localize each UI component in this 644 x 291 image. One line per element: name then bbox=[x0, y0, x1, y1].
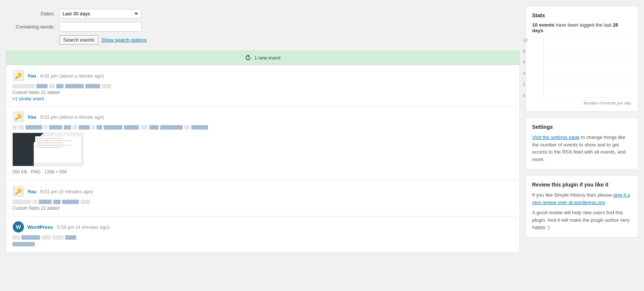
event-meta: You · 6:02 pm (about a minute ago) bbox=[27, 73, 104, 79]
dates-label: Dates: bbox=[6, 11, 55, 16]
blurred-text bbox=[36, 84, 48, 88]
blurred-text bbox=[42, 235, 51, 240]
blurred-text bbox=[52, 235, 64, 240]
blurred-text bbox=[18, 125, 24, 130]
blurred-text bbox=[73, 125, 77, 130]
blurred-text bbox=[97, 125, 102, 130]
words-label: Containing words: bbox=[6, 24, 55, 30]
event-item: 🔑 You · 6:02 pm (about a minute ago) bbox=[6, 65, 519, 106]
key-icon: 🔑 bbox=[13, 70, 24, 81]
settings-title: Settings bbox=[532, 124, 632, 130]
blurred-text bbox=[21, 235, 40, 240]
key-icon: 🔑 bbox=[13, 112, 24, 122]
words-input[interactable] bbox=[59, 22, 141, 31]
event-meta: You · 6:01 pm (3 minutes ago) bbox=[27, 189, 93, 194]
event-user: You bbox=[27, 114, 36, 120]
similar-events-link[interactable]: +1 similar event bbox=[12, 96, 44, 101]
custom-fields-row: Custom fields 22 added bbox=[12, 90, 513, 95]
custom-fields-row: Custom fields 22 added bbox=[12, 206, 513, 211]
review-text-1: If you like Simple History then please g… bbox=[532, 191, 632, 206]
blurred-text bbox=[160, 125, 183, 130]
event-header: 🔑 You · 6:02 pm (about a minute ago) bbox=[12, 70, 513, 82]
blurred-text bbox=[12, 84, 35, 88]
blurred-text bbox=[85, 84, 100, 88]
blurred-text bbox=[12, 200, 31, 204]
review-text-2: A good review will help new users find t… bbox=[532, 209, 632, 231]
blurred-text bbox=[79, 125, 90, 130]
event-header: 🔑 You · 6:02 pm (about a minute ago) bbox=[12, 111, 513, 123]
stats-chart bbox=[543, 38, 632, 98]
event-description bbox=[12, 235, 513, 240]
blurred-text bbox=[124, 125, 139, 130]
sidebar: Stats 10 events have been logged the las… bbox=[526, 6, 638, 252]
wordpress-icon: W bbox=[12, 221, 24, 233]
blurred-text bbox=[12, 125, 17, 130]
blurred-text bbox=[184, 125, 190, 130]
search-events-button[interactable]: Search events bbox=[59, 35, 98, 45]
blurred-text bbox=[91, 125, 95, 130]
search-buttons: Search events Show search options bbox=[59, 35, 520, 45]
chart-y-labels: 10 8 6 4 2 0 bbox=[523, 38, 528, 98]
event-time: · 6:02 pm (about a minute ago) bbox=[37, 114, 104, 120]
search-panel: Dates: Last 30 daysTodayLast 7 daysLast … bbox=[6, 6, 520, 51]
blurred-text bbox=[65, 84, 84, 88]
new-event-banner[interactable]: 1 new event bbox=[6, 51, 520, 65]
event-time: · 6:02 pm (about a minute ago) bbox=[37, 73, 104, 79]
avatar: 🔑 bbox=[12, 185, 24, 197]
event-header: W WordPress · 5:59 pm (4 minutes ago) bbox=[12, 221, 513, 233]
blurred-text bbox=[102, 84, 111, 88]
events-list: 🔑 You · 6:02 pm (about a minute ago) bbox=[6, 65, 520, 252]
avatar: 🔑 bbox=[12, 70, 24, 82]
blurred-text bbox=[56, 84, 64, 88]
blurred-text bbox=[44, 125, 48, 130]
show-options-button[interactable]: Show search options bbox=[101, 37, 147, 43]
settings-box: Settings Visit the settings page to chan… bbox=[526, 118, 638, 169]
settings-description: Visit the settings page to change things… bbox=[532, 134, 632, 163]
event-description bbox=[12, 125, 513, 130]
event-item: 🔑 You · 6:01 pm (3 minutes ago) bbox=[6, 181, 519, 216]
blurred-text bbox=[49, 125, 62, 130]
new-event-text: 1 new event bbox=[254, 55, 280, 61]
blurred-text bbox=[12, 242, 35, 246]
blurred-text bbox=[49, 84, 55, 88]
review-title: Review this plugin if you like it bbox=[532, 182, 632, 188]
event-time: · 5:59 pm (4 minutes ago) bbox=[54, 224, 110, 230]
blurred-text bbox=[53, 200, 61, 204]
blurred-text bbox=[64, 125, 71, 130]
blurred-text bbox=[80, 200, 90, 204]
event-description bbox=[12, 200, 513, 204]
avatar: W bbox=[12, 221, 24, 233]
blurred-text bbox=[25, 125, 42, 130]
blurred-text bbox=[33, 200, 37, 204]
event-time: · 6:01 pm (3 minutes ago) bbox=[37, 189, 93, 194]
event-thumbnail bbox=[12, 133, 83, 166]
blurred-text bbox=[140, 125, 148, 130]
blurred-text bbox=[12, 235, 20, 240]
blurred-text bbox=[39, 200, 52, 204]
event-user: WordPress bbox=[27, 224, 53, 230]
file-info: 260 KB · PNG · 1268 × 656 bbox=[12, 169, 513, 175]
blurred-text bbox=[104, 125, 122, 130]
settings-link[interactable]: Visit the settings page bbox=[532, 134, 580, 140]
stats-title: Stats bbox=[532, 12, 632, 18]
review-box: Review this plugin if you like it If you… bbox=[526, 175, 638, 237]
stats-box: Stats 10 events have been logged the las… bbox=[526, 6, 638, 112]
avatar: 🔑 bbox=[12, 111, 24, 123]
stats-summary: 10 events have been logged the last 28 d… bbox=[532, 22, 632, 33]
event-user: You bbox=[27, 73, 36, 79]
event-description bbox=[12, 84, 513, 88]
dates-select[interactable]: Last 30 daysTodayLast 7 daysLast 90 days… bbox=[59, 9, 141, 18]
blurred-text bbox=[149, 125, 159, 130]
blurred-text bbox=[62, 200, 79, 204]
event-item: 🔑 You · 6:02 pm (about a minute ago) bbox=[6, 106, 519, 181]
words-row: Containing words: bbox=[6, 22, 520, 31]
dates-row: Dates: Last 30 daysTodayLast 7 daysLast … bbox=[6, 9, 520, 18]
event-meta: You · 6:02 pm (about a minute ago) bbox=[27, 114, 104, 120]
refresh-icon bbox=[245, 55, 251, 61]
blurred-text bbox=[65, 235, 76, 240]
key-icon: 🔑 bbox=[13, 186, 24, 197]
chart-caption: Number of events per day. bbox=[532, 101, 632, 105]
event-header: 🔑 You · 6:01 pm (3 minutes ago) bbox=[12, 185, 513, 197]
event-item: W WordPress · 5:59 pm (4 minutes ago) bbox=[6, 216, 519, 252]
blurred-text bbox=[191, 125, 208, 130]
